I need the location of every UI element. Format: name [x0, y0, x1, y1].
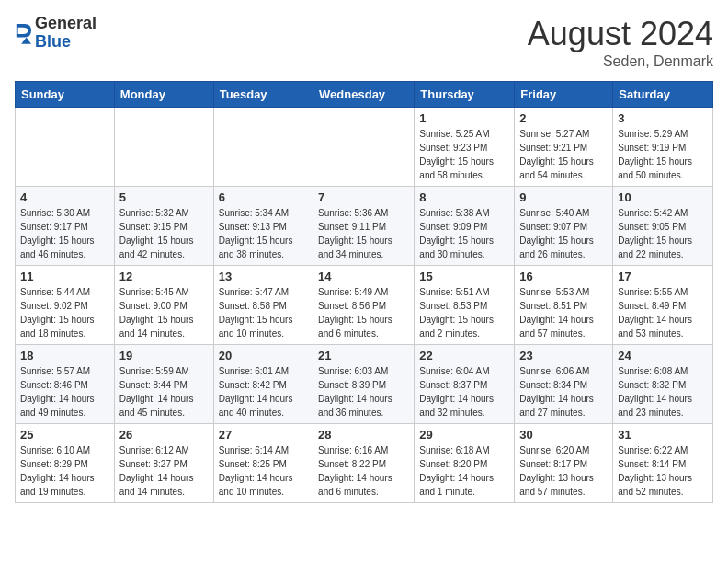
- day-info: Sunrise: 5:42 AMSunset: 9:05 PMDaylight:…: [618, 206, 708, 261]
- day-info: Sunrise: 5:55 AMSunset: 8:49 PMDaylight:…: [618, 285, 708, 340]
- day-number: 1: [419, 111, 509, 125]
- day-number: 16: [519, 270, 608, 283]
- day-info: Sunrise: 6:20 AMSunset: 8:17 PMDaylight:…: [519, 443, 608, 499]
- logo-blue: Blue: [35, 33, 97, 52]
- calendar-cell: 9Sunrise: 5:40 AMSunset: 9:07 PMDaylight…: [515, 187, 613, 266]
- day-number: 10: [618, 190, 708, 204]
- day-info: Sunrise: 5:59 AMSunset: 8:44 PMDaylight:…: [119, 364, 209, 419]
- calendar-cell: 28Sunrise: 6:16 AMSunset: 8:22 PMDayligh…: [313, 424, 415, 503]
- day-number: 15: [419, 270, 509, 283]
- calendar-cell: 7Sunrise: 5:36 AMSunset: 9:11 PMDaylight…: [313, 187, 415, 266]
- weekday-header-monday: Monday: [114, 82, 213, 108]
- day-info: Sunrise: 6:16 AMSunset: 8:22 PMDaylight:…: [318, 443, 409, 499]
- logo: General Blue: [15, 15, 97, 52]
- day-info: Sunrise: 6:10 AMSunset: 8:29 PMDaylight:…: [20, 443, 109, 499]
- calendar-week-4: 18Sunrise: 5:57 AMSunset: 8:46 PMDayligh…: [16, 345, 713, 424]
- calendar-cell: 29Sunrise: 6:18 AMSunset: 8:20 PMDayligh…: [415, 424, 515, 503]
- day-number: 6: [219, 190, 308, 204]
- day-info: Sunrise: 5:36 AMSunset: 9:11 PMDaylight:…: [318, 206, 409, 261]
- calendar-cell: 30Sunrise: 6:20 AMSunset: 8:17 PMDayligh…: [515, 424, 613, 503]
- day-number: 8: [419, 190, 509, 204]
- logo-general: General: [35, 15, 97, 33]
- calendar-cell: 14Sunrise: 5:49 AMSunset: 8:56 PMDayligh…: [313, 266, 415, 345]
- day-number: 20: [219, 349, 308, 362]
- day-info: Sunrise: 6:06 AMSunset: 8:34 PMDaylight:…: [519, 364, 608, 419]
- calendar-cell: 21Sunrise: 6:03 AMSunset: 8:39 PMDayligh…: [313, 345, 415, 424]
- calendar-cell: 6Sunrise: 5:34 AMSunset: 9:13 PMDaylight…: [213, 187, 313, 266]
- svg-marker-0: [21, 37, 31, 43]
- day-number: 22: [419, 349, 509, 362]
- day-number: 27: [219, 428, 308, 442]
- day-number: 25: [20, 428, 109, 442]
- calendar-cell: [16, 108, 115, 187]
- month-year: August 2024: [528, 15, 713, 53]
- day-info: Sunrise: 5:40 AMSunset: 9:07 PMDaylight:…: [519, 206, 608, 261]
- calendar-cell: 11Sunrise: 5:44 AMSunset: 9:02 PMDayligh…: [16, 266, 115, 345]
- calendar-cell: 8Sunrise: 5:38 AMSunset: 9:09 PMDaylight…: [415, 187, 515, 266]
- day-number: 31: [618, 428, 708, 442]
- day-info: Sunrise: 5:29 AMSunset: 9:19 PMDaylight:…: [618, 127, 708, 182]
- day-info: Sunrise: 5:30 AMSunset: 9:17 PMDaylight:…: [20, 206, 109, 261]
- day-info: Sunrise: 5:44 AMSunset: 9:02 PMDaylight:…: [20, 285, 109, 340]
- calendar-cell: 15Sunrise: 5:51 AMSunset: 8:53 PMDayligh…: [415, 266, 515, 345]
- calendar-cell: 18Sunrise: 5:57 AMSunset: 8:46 PMDayligh…: [16, 345, 115, 424]
- day-info: Sunrise: 5:32 AMSunset: 9:15 PMDaylight:…: [119, 206, 209, 261]
- day-number: 2: [519, 111, 608, 125]
- calendar-week-2: 4Sunrise: 5:30 AMSunset: 9:17 PMDaylight…: [16, 187, 713, 266]
- calendar-cell: 22Sunrise: 6:04 AMSunset: 8:37 PMDayligh…: [415, 345, 515, 424]
- day-info: Sunrise: 5:57 AMSunset: 8:46 PMDaylight:…: [20, 364, 109, 419]
- calendar-header: SundayMondayTuesdayWednesdayThursdayFrid…: [16, 82, 713, 108]
- calendar-cell: 3Sunrise: 5:29 AMSunset: 9:19 PMDaylight…: [613, 108, 713, 187]
- day-number: 26: [119, 428, 209, 442]
- calendar-cell: 25Sunrise: 6:10 AMSunset: 8:29 PMDayligh…: [16, 424, 115, 503]
- calendar-cell: 12Sunrise: 5:45 AMSunset: 9:00 PMDayligh…: [114, 266, 213, 345]
- day-info: Sunrise: 5:34 AMSunset: 9:13 PMDaylight:…: [219, 206, 308, 261]
- day-info: Sunrise: 6:18 AMSunset: 8:20 PMDaylight:…: [419, 443, 509, 499]
- calendar-cell: 2Sunrise: 5:27 AMSunset: 9:21 PMDaylight…: [515, 108, 613, 187]
- day-info: Sunrise: 6:03 AMSunset: 8:39 PMDaylight:…: [318, 364, 409, 419]
- calendar-cell: 19Sunrise: 5:59 AMSunset: 8:44 PMDayligh…: [114, 345, 213, 424]
- calendar-cell: 24Sunrise: 6:08 AMSunset: 8:32 PMDayligh…: [613, 345, 713, 424]
- logo-icon: [15, 22, 31, 44]
- day-number: 3: [618, 111, 708, 125]
- day-info: Sunrise: 5:27 AMSunset: 9:21 PMDaylight:…: [519, 127, 608, 182]
- day-info: Sunrise: 5:47 AMSunset: 8:58 PMDaylight:…: [219, 285, 308, 340]
- calendar-cell: 20Sunrise: 6:01 AMSunset: 8:42 PMDayligh…: [213, 345, 313, 424]
- day-info: Sunrise: 5:25 AMSunset: 9:23 PMDaylight:…: [419, 127, 509, 182]
- calendar-cell: 13Sunrise: 5:47 AMSunset: 8:58 PMDayligh…: [213, 266, 313, 345]
- day-number: 17: [618, 270, 708, 283]
- calendar-cell: 31Sunrise: 6:22 AMSunset: 8:14 PMDayligh…: [613, 424, 713, 503]
- day-number: 11: [20, 270, 109, 283]
- day-number: 30: [519, 428, 608, 442]
- day-info: Sunrise: 5:45 AMSunset: 9:00 PMDaylight:…: [119, 285, 209, 340]
- weekday-header-thursday: Thursday: [415, 82, 515, 108]
- calendar-cell: [313, 108, 415, 187]
- day-number: 23: [519, 349, 608, 362]
- weekday-header-friday: Friday: [515, 82, 613, 108]
- day-info: Sunrise: 5:53 AMSunset: 8:51 PMDaylight:…: [519, 285, 608, 340]
- day-number: 12: [119, 270, 209, 283]
- month-title: August 2024 Seden, Denmark: [528, 15, 713, 70]
- day-number: 13: [219, 270, 308, 283]
- day-info: Sunrise: 6:22 AMSunset: 8:14 PMDaylight:…: [618, 443, 708, 499]
- day-info: Sunrise: 5:49 AMSunset: 8:56 PMDaylight:…: [318, 285, 409, 340]
- calendar-cell: 23Sunrise: 6:06 AMSunset: 8:34 PMDayligh…: [515, 345, 613, 424]
- calendar-week-1: 1Sunrise: 5:25 AMSunset: 9:23 PMDaylight…: [16, 108, 713, 187]
- calendar-week-3: 11Sunrise: 5:44 AMSunset: 9:02 PMDayligh…: [16, 266, 713, 345]
- calendar-body: 1Sunrise: 5:25 AMSunset: 9:23 PMDaylight…: [16, 108, 713, 503]
- logo-text: General Blue: [35, 15, 97, 52]
- weekday-header-sunday: Sunday: [16, 82, 115, 108]
- weekday-header-tuesday: Tuesday: [213, 82, 313, 108]
- day-number: 29: [419, 428, 509, 442]
- day-info: Sunrise: 6:08 AMSunset: 8:32 PMDaylight:…: [618, 364, 708, 419]
- weekday-header-row: SundayMondayTuesdayWednesdayThursdayFrid…: [16, 82, 713, 108]
- day-number: 4: [20, 190, 109, 204]
- calendar-cell: 1Sunrise: 5:25 AMSunset: 9:23 PMDaylight…: [415, 108, 515, 187]
- location: Seden, Denmark: [528, 53, 713, 70]
- day-info: Sunrise: 6:01 AMSunset: 8:42 PMDaylight:…: [219, 364, 308, 419]
- calendar-cell: 10Sunrise: 5:42 AMSunset: 9:05 PMDayligh…: [613, 187, 713, 266]
- calendar-cell: 4Sunrise: 5:30 AMSunset: 9:17 PMDaylight…: [16, 187, 115, 266]
- day-info: Sunrise: 6:12 AMSunset: 8:27 PMDaylight:…: [119, 443, 209, 499]
- day-number: 19: [119, 349, 209, 362]
- calendar-week-5: 25Sunrise: 6:10 AMSunset: 8:29 PMDayligh…: [16, 424, 713, 503]
